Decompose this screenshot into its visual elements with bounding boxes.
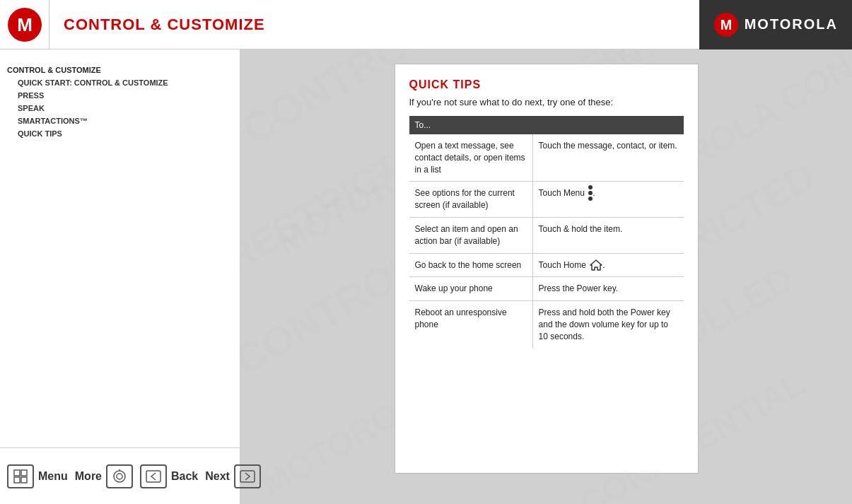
svg-text:M: M [17,14,33,35]
home-icon [590,259,602,271]
sidebar-item-speak[interactable]: SPEAK [7,102,233,115]
header: M CONTROL & CUSTOMIZE M MOTOROLA [0,0,852,49]
table-row: Wake up your phone Press the Power key. [409,277,684,301]
table-cell-instruction-5: Press and hold both the Power key and th… [532,301,683,348]
table-cell-action-3: Go back to the home screen [409,253,533,277]
sidebar-item-smartactions[interactable]: SMARTACTIONS™ [7,115,233,127]
section-intro: If you're not sure what to do next, try … [409,97,684,107]
menu-icon [7,464,34,488]
sidebar-item-press[interactable]: PRESS [7,89,233,102]
next-icon [234,464,261,488]
table-cell-action-0: Open a text message, see contact details… [409,134,533,182]
table-cell-instruction-1: Touch Menu . [532,182,683,218]
table-row: Reboot an unresponsive phone Press and h… [409,301,684,348]
back-icon [140,464,167,488]
svg-rect-6 [14,477,20,483]
next-button[interactable]: Next [205,464,261,488]
svg-rect-7 [21,477,27,483]
table-row: See options for the current screen (if a… [409,182,684,218]
table-cell-instruction-4: Press the Power key. [532,277,683,301]
table-row: Open a text message, see contact details… [409,134,684,182]
motorola-circle-icon: M [713,12,739,37]
menu-label: Menu [38,470,68,483]
table-row: Go back to the home screen Touch Home . [409,253,684,277]
sidebar-item-quick-start[interactable]: QUICK START: CONTROL & CUSTOMIZE [7,76,233,89]
more-icon [106,464,133,488]
more-button[interactable]: More [75,464,133,488]
menu-button[interactable]: Menu [7,464,68,488]
svg-marker-13 [590,260,602,270]
motorola-m-icon: M [7,7,42,42]
svg-rect-12 [240,471,255,482]
sidebar: CONTROL & CUSTOMIZE QUICK START: CONTROL… [0,49,240,504]
more-label: More [75,470,102,483]
svg-point-9 [117,474,122,479]
table-cell-instruction-3: Touch Home . [532,253,683,277]
svg-rect-4 [14,470,20,476]
menu-dots-icon [588,191,593,195]
svg-rect-5 [21,470,27,476]
back-label: Back [171,470,198,483]
table-cell-action-5: Reboot an unresponsive phone [409,301,533,348]
svg-rect-11 [146,471,161,482]
table-cell-action-1: See options for the current screen (if a… [409,182,533,218]
bottom-nav: Menu More Back Next [0,447,240,504]
content-panel: QUICK TIPS If you're not sure what to do… [395,64,699,474]
table-header: To... [409,116,684,134]
svg-text:M: M [720,17,731,33]
table-cell-action-4: Wake up your phone [409,277,533,301]
table-row: Select an item and open an action bar (i… [409,217,684,253]
page-title: CONTROL & CUSTOMIZE [49,16,265,34]
table-cell-action-2: Select an item and open an action bar (i… [409,217,533,253]
table-cell-instruction-2: Touch & hold the item. [532,217,683,253]
sidebar-nav: CONTROL & CUSTOMIZE QUICK START: CONTROL… [7,64,233,140]
motorola-brand-area: M MOTOROLA [699,0,852,49]
main-content: QUICK TIPS If you're not sure what to do… [240,49,852,504]
next-label: Next [205,470,230,483]
motorola-right-logo: M MOTOROLA [713,12,838,37]
back-button[interactable]: Back [140,464,198,488]
section-title: QUICK TIPS [409,78,684,91]
sidebar-item-quick-tips[interactable]: QUICK TIPS [7,127,233,140]
svg-point-8 [114,471,125,482]
tips-table: To... Open a text message, see contact d… [409,116,684,348]
table-cell-instruction-0: Touch the message, contact, or item. [532,134,683,182]
sidebar-item-control-customize[interactable]: CONTROL & CUSTOMIZE [7,64,233,76]
motorola-brand-text: MOTOROLA [745,16,838,33]
motorola-logo: M [0,0,49,49]
